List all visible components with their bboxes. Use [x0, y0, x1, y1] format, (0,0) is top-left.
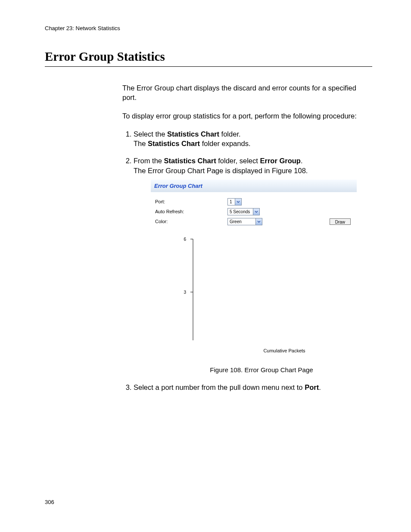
- color-label: Color:: [155, 218, 227, 225]
- figure-title: Error Group Chart: [154, 183, 202, 189]
- step-1-text-b: folder.: [219, 130, 241, 138]
- chevron-down-icon: [253, 208, 259, 215]
- step-3-text-a: Select a port number from the pull down …: [134, 383, 305, 391]
- port-select-value: 1: [228, 199, 235, 205]
- figure-108: Error Group Chart Port: 1: [151, 180, 357, 358]
- intro-paragraph-1: The Error Group chart displays the disca…: [122, 83, 372, 103]
- draw-button[interactable]: Draw: [330, 218, 351, 225]
- intro-paragraph-2: To display error group statistics for a …: [122, 111, 372, 121]
- error-group-chart: 6 3 Cumulative Packets: [155, 234, 352, 355]
- auto-refresh-value: 5 Seconds: [228, 209, 253, 215]
- color-select[interactable]: Green: [227, 218, 262, 225]
- step-1-text-d: folder expands.: [200, 140, 250, 147]
- chevron-down-icon: [255, 218, 262, 225]
- port-label: Port:: [155, 199, 227, 205]
- chart-xlabel: Cumulative Packets: [263, 348, 305, 353]
- port-select[interactable]: 1: [227, 198, 242, 205]
- figure-header: Error Group Chart: [151, 180, 357, 193]
- step-1-text-c: The: [134, 140, 148, 147]
- y-tick-6: 6: [184, 237, 186, 242]
- step-1-text-a: Select the: [134, 130, 167, 138]
- step-1-bold-b: Statistics Chart: [148, 140, 200, 147]
- color-select-value: Green: [228, 219, 255, 225]
- chevron-down-icon: [235, 199, 241, 205]
- step-2: From the Statistics Chart folder, select…: [134, 156, 372, 374]
- step-3: Select a port number from the pull down …: [134, 383, 372, 392]
- step-3-bold: Port: [305, 383, 319, 391]
- page-number: 306: [45, 499, 54, 505]
- step-3-text-b: .: [319, 383, 321, 391]
- y-tick-3: 3: [184, 290, 186, 295]
- step-2-text-a: From the: [134, 157, 164, 165]
- figure-caption: Figure 108. Error Group Chart Page: [151, 366, 372, 374]
- step-2-bold-a: Statistics Chart: [164, 157, 216, 165]
- step-2-text-c: .: [301, 157, 303, 165]
- step-2-bold-b: Error Group: [260, 157, 300, 165]
- title-divider: [45, 66, 372, 67]
- auto-refresh-select[interactable]: 5 Seconds: [227, 208, 260, 215]
- step-1: Select the Statistics Chart folder. The …: [134, 129, 372, 149]
- page-title: Error Group Statistics: [45, 50, 372, 64]
- auto-refresh-label: Auto Refresh:: [155, 208, 227, 215]
- step-2-text-d: The Error Group Chart Page is displayed …: [134, 166, 372, 175]
- chapter-header: Chapter 23: Network Statistics: [45, 25, 372, 31]
- step-1-bold-a: Statistics Chart: [167, 130, 219, 138]
- step-2-text-b: folder, select: [216, 157, 260, 165]
